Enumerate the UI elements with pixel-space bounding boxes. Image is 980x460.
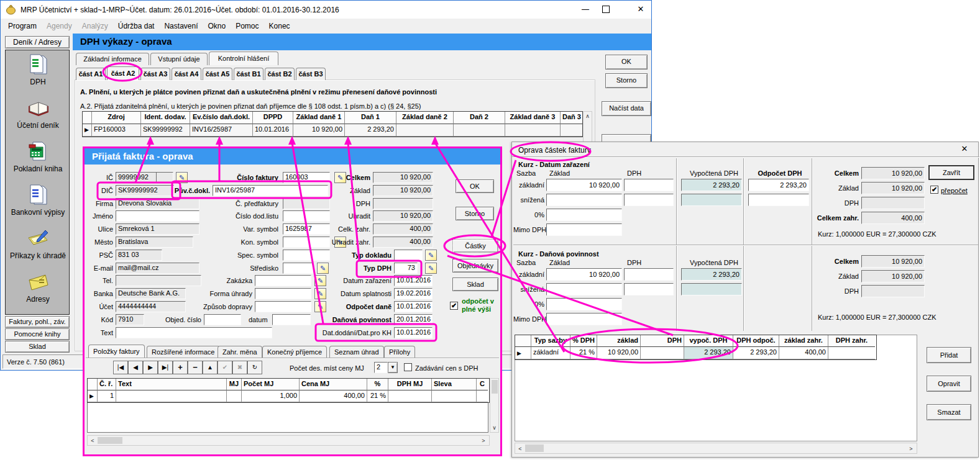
col-text[interactable]: Text xyxy=(116,379,227,390)
decimals-combo-arrow[interactable]: ▼ xyxy=(388,362,398,373)
subtab-a5[interactable]: část A5 xyxy=(203,68,232,80)
sidebar-pomocne-button[interactable]: Pomocné knihy xyxy=(5,328,70,340)
col-pct[interactable]: % xyxy=(367,379,388,390)
items-hscroll-thumb[interactable] xyxy=(98,437,122,444)
nav-next-button[interactable]: ▶ xyxy=(143,361,158,374)
menu-pomoc[interactable]: Pomoc xyxy=(231,19,263,33)
ic-field[interactable]: 99999992 xyxy=(116,172,157,183)
sidebar-item-prikazy[interactable]: Příkazy k úhradě xyxy=(6,251,70,260)
typ-dokladu-field[interactable] xyxy=(394,250,423,261)
items-vscrollbar[interactable]: ∨ xyxy=(490,378,499,433)
s1-snizena-dph-field[interactable] xyxy=(624,194,674,206)
mesto-field[interactable]: Bratislava xyxy=(116,237,193,248)
s2-nula-field[interactable] xyxy=(546,298,622,310)
col-pct-dph[interactable]: % DPH xyxy=(570,335,597,347)
subtab-a1[interactable]: část A1 xyxy=(76,68,106,80)
col-c-r[interactable]: Č. ř. xyxy=(98,379,116,390)
col-vypoc-dph[interactable]: vypoč. DPH xyxy=(684,335,733,347)
s1-zakladni-zaklad-field[interactable]: 10 920,00 xyxy=(546,179,622,191)
s2-zakladni-zaklad-field[interactable]: 10 920,00 xyxy=(546,268,622,281)
col-c[interactable]: C xyxy=(477,379,488,390)
storno-button[interactable]: Storno xyxy=(605,73,648,88)
s1-zakladni-dph-field[interactable] xyxy=(624,179,674,191)
col-zaklad[interactable]: základ xyxy=(597,335,641,347)
menu-udrzba[interactable]: Údržba dat xyxy=(113,19,160,33)
ok-button[interactable]: OK xyxy=(605,55,648,70)
table-vscrollbar[interactable]: ∧ xyxy=(583,111,592,142)
tab-rozsirene-informace[interactable]: Rozšířené informace xyxy=(147,346,220,358)
nav-cancel-button[interactable]: ✖ xyxy=(232,361,247,374)
tab-polozky-faktury[interactable]: Položky faktury xyxy=(88,345,145,358)
objed-cislo-field[interactable] xyxy=(204,314,241,325)
col-ident-dodav[interactable]: Ident. dodav. xyxy=(141,112,190,124)
s2-snizena-dph-field[interactable] xyxy=(624,283,674,295)
col-zaklad-dane-2[interactable]: Základ daně 2 xyxy=(396,112,454,124)
rates-hscroll-thumb[interactable] xyxy=(525,444,544,452)
maximize-button[interactable] xyxy=(602,6,610,13)
scroll-down-icon[interactable]: ∨ xyxy=(490,425,498,431)
opravit-button[interactable]: Opravit xyxy=(927,376,971,392)
scroll-right-icon[interactable]: > xyxy=(480,438,487,444)
sidebar-item-adresy[interactable]: Adresy xyxy=(6,295,70,304)
smazat-button[interactable]: Smazat xyxy=(927,404,971,420)
nav-insert-button[interactable]: + xyxy=(173,361,188,374)
menu-analyzy[interactable]: Analýzy xyxy=(77,19,113,33)
tab-seznam-uhrad[interactable]: Seznam úhrad xyxy=(329,346,384,358)
typ-dph-lookup-button[interactable]: ✎ xyxy=(425,263,437,274)
ucet-field[interactable]: 4444444444 xyxy=(116,301,186,312)
firma-field[interactable]: Drevona Slovakia xyxy=(116,198,199,209)
psc-field[interactable]: 831 03 xyxy=(116,250,162,261)
scroll-right-icon[interactable]: > xyxy=(908,446,914,452)
subtab-a4[interactable]: část A4 xyxy=(172,68,201,80)
col-typ-sazby[interactable]: Typ sazby xyxy=(531,335,570,347)
banka-field[interactable]: Deutsche Bank A.G. xyxy=(116,288,186,299)
minimize-button[interactable]: — xyxy=(575,2,595,16)
cash-register-icon[interactable] xyxy=(28,141,49,163)
tab-prilohy[interactable]: Přílohy xyxy=(384,346,415,358)
sidebar-sklad-button[interactable]: Sklad xyxy=(5,341,70,353)
col-dph-mj[interactable]: DPH MJ xyxy=(388,379,432,390)
sidebar-item-dph[interactable]: DPH xyxy=(6,78,70,86)
titlebar[interactable]: MRP Účetnictví + sklad~1-MRP~Účet. datum… xyxy=(1,1,651,19)
odpocet-dane-field[interactable]: 10.01.2016 xyxy=(394,301,433,312)
invoice-ok-button[interactable]: OK xyxy=(456,179,494,193)
subtab-b3[interactable]: část B3 xyxy=(296,68,326,80)
menu-agendy[interactable]: Agendy xyxy=(42,19,77,33)
rates-hscrollbar[interactable]: < > xyxy=(515,443,917,454)
menu-okno[interactable]: Okno xyxy=(203,19,231,33)
menu-program[interactable]: Program xyxy=(3,19,42,33)
col-ev-cislo[interactable]: Ev.číslo daň.dokl. xyxy=(190,112,253,124)
col-dan-2[interactable]: Daň 2 xyxy=(454,112,505,124)
subtab-a2[interactable]: část A2 xyxy=(107,66,139,80)
pridat-button[interactable]: Přidat xyxy=(927,347,971,363)
danova-povinnost-field[interactable]: 20.01.2016 xyxy=(394,314,433,325)
odpocet-checkbox[interactable]: ✔ xyxy=(450,302,458,310)
ulice-field[interactable]: Smreková 1 xyxy=(116,223,199,235)
bank-statements-icon[interactable] xyxy=(28,184,49,207)
nav-refresh-button[interactable]: ↻ xyxy=(247,361,262,374)
col-zaklad-zahr[interactable]: základ zahr. xyxy=(779,335,828,347)
nav-last-button[interactable]: ▶| xyxy=(158,361,173,374)
scroll-left-icon[interactable]: < xyxy=(517,446,523,452)
journal-icon[interactable] xyxy=(27,97,50,120)
sidebar-faktury-button[interactable]: Faktury, pohl., záv. xyxy=(5,316,70,328)
nav-post-button[interactable]: ✔ xyxy=(218,361,232,374)
text-field[interactable] xyxy=(116,327,272,338)
menu-konec[interactable]: Konec xyxy=(264,19,295,33)
tab-kontrolni-hlaseni[interactable]: Kontrolní hlášení xyxy=(209,52,278,65)
items-row[interactable]: ▶ 1 1,000 400,00 21 % xyxy=(88,390,489,402)
castky-button[interactable]: Částky xyxy=(452,239,498,253)
col-dan-3[interactable]: Daň 3 xyxy=(561,112,582,124)
s1-nula-field[interactable] xyxy=(546,209,622,221)
col-cena-mj[interactable]: Cena MJ xyxy=(300,379,367,390)
col-zdroj[interactable]: Zdroj xyxy=(92,112,141,124)
amounts-close-button[interactable]: ✕ xyxy=(956,144,973,155)
items-vscroll-thumb[interactable] xyxy=(492,380,498,394)
addresses-icon[interactable] xyxy=(27,271,50,294)
dat-dodani-field[interactable]: 10.01.2016 xyxy=(394,327,433,338)
nacist-data-button[interactable]: Načíst data xyxy=(602,101,651,116)
datum-zarazeni-field[interactable]: 10.01.2016 xyxy=(394,275,433,286)
dph-icon[interactable] xyxy=(28,54,49,76)
s2-snizena-zaklad-field[interactable] xyxy=(546,283,622,295)
sidebar-item-pokladni-kniha[interactable]: Pokladní kniha xyxy=(6,165,70,173)
